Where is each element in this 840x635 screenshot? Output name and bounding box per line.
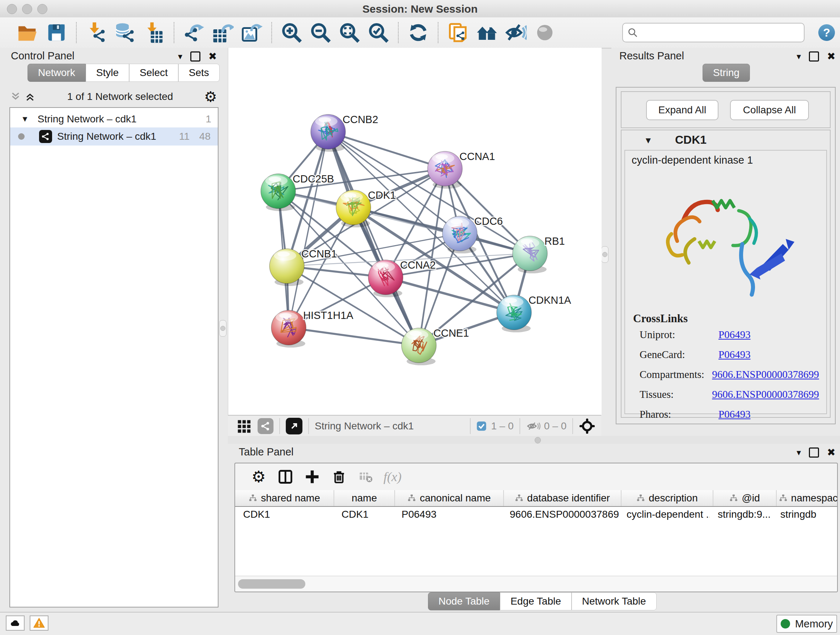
expand-all-button[interactable]: Expand All	[646, 100, 718, 120]
column-header-namespace[interactable]: namespace	[777, 490, 837, 506]
refresh-network-view-button[interactable]	[404, 21, 433, 44]
tab-edge-table[interactable]: Edge Table	[500, 592, 572, 610]
crosslink-value-link[interactable]: P06493	[718, 348, 751, 361]
network-node-CCNE1[interactable]	[401, 328, 436, 365]
tab-network-table[interactable]: Network Table	[572, 592, 657, 610]
help-button[interactable]: ?	[818, 24, 835, 41]
table-settings-gear-icon[interactable]: ⚙	[245, 466, 272, 488]
import-table-from-file-button[interactable]	[140, 21, 169, 44]
table-horizontal-scrollbar[interactable]	[235, 576, 837, 592]
crosslink-value-link[interactable]: 9606.ENSP00000378699	[712, 388, 819, 401]
export-image-button[interactable]	[237, 21, 266, 44]
add-column-icon[interactable]	[299, 466, 325, 488]
node-label-CDC6: CDC6	[474, 215, 503, 227]
table-panel-close-button[interactable]: ✖	[827, 448, 835, 458]
zoom-in-button[interactable]	[277, 21, 306, 44]
crosslinks-list: Uniprot:P06493GeneCard:P06493Compartment…	[639, 329, 819, 428]
return-to-home-button[interactable]	[472, 21, 501, 44]
show-all-panels-icon	[534, 22, 556, 43]
right-splitter-handle[interactable]	[601, 246, 608, 263]
network-view-canvas[interactable]: CCNB2CCNA1CDC25BCDK1CDC6RB1CCNB1CCNA2CDK…	[228, 48, 602, 415]
zoom-out-button[interactable]	[306, 21, 335, 44]
tab-style[interactable]: Style	[86, 64, 129, 82]
search-input[interactable]	[641, 25, 804, 40]
node-label-CDKN1A: CDKN1A	[529, 295, 571, 306]
save-session-button[interactable]	[42, 21, 71, 44]
network-node-HIST1H1A[interactable]	[271, 310, 306, 348]
show-all-panels-button[interactable]	[531, 21, 559, 44]
tab-network[interactable]: Network	[27, 64, 86, 82]
import-network-from-database-button[interactable]	[111, 21, 140, 44]
zoom-out-icon	[309, 22, 332, 43]
table-toolbar: ⚙	[235, 463, 838, 490]
network-node-CDK1[interactable]	[336, 190, 371, 227]
network-list-toolbar: 1 of 1 Network selected ⚙	[9, 88, 217, 105]
table-row[interactable]: CDK1CDK1P064939606.ENSP00000378699cyclin…	[235, 507, 837, 522]
birdseye-view-icon[interactable]	[286, 418, 302, 434]
horizontal-splitter[interactable]	[228, 436, 840, 444]
tab-string[interactable]: String	[703, 64, 750, 82]
column-header-shared-name[interactable]: shared name	[235, 490, 334, 506]
node-label-CCNB1: CCNB1	[302, 248, 337, 260]
results-panel-close-button[interactable]: ✖	[827, 51, 835, 62]
selected-checkbox-icon[interactable]	[477, 421, 486, 431]
network-node-CCNA1[interactable]	[428, 151, 462, 188]
delete-column-trash-icon[interactable]	[325, 466, 352, 488]
network-collection-row[interactable]: ▼ String Network – cdk1 1	[10, 111, 218, 127]
scrollbar-thumb[interactable]	[238, 579, 305, 589]
network-node-CDKN1A[interactable]	[497, 295, 531, 333]
hide-all-panels-button[interactable]	[501, 21, 531, 44]
crosslink-value-link[interactable]: P06493	[718, 409, 751, 420]
results-panel-float-button[interactable]	[809, 51, 819, 62]
toolbar-separator	[438, 22, 439, 43]
control-panel-dropdown-icon[interactable]: ▾	[178, 52, 182, 61]
table-panel-dropdown-icon[interactable]: ▾	[797, 448, 801, 457]
crosslink-value-link[interactable]: P06493	[718, 329, 751, 340]
network-list-gear-icon[interactable]: ⚙	[204, 89, 217, 104]
network-node-CCNB1[interactable]	[270, 249, 304, 286]
collapse-all-button[interactable]: Collapse All	[730, 100, 809, 120]
export-network-to-file-button[interactable]	[180, 21, 208, 44]
control-panel-float-button[interactable]	[190, 51, 201, 62]
zoom-selected-region-button[interactable]	[364, 21, 393, 44]
zoom-fit-content-button[interactable]	[335, 21, 364, 44]
import-network-from-file-button[interactable]	[82, 21, 111, 44]
left-splitter-handle[interactable]	[219, 320, 226, 337]
tab-sets[interactable]: Sets	[178, 64, 219, 82]
column-header--id[interactable]: @id	[714, 490, 777, 506]
column-network-icon	[248, 494, 257, 502]
tab-node-table[interactable]: Node Table	[428, 592, 500, 610]
crosslink-row: GeneCard:P06493	[639, 348, 819, 361]
clone-network-button[interactable]	[444, 21, 472, 44]
results-panel-dropdown-icon[interactable]: ▾	[797, 52, 801, 61]
open-session-button[interactable]	[13, 21, 42, 44]
table-panel-float-button[interactable]	[809, 448, 819, 458]
grid-view-icon[interactable]	[236, 418, 252, 434]
network-node-CDC25B[interactable]	[261, 174, 295, 211]
control-panel-close-button[interactable]: ✖	[208, 51, 217, 62]
network-node-RB1[interactable]	[513, 236, 547, 273]
export-image-icon	[241, 22, 263, 43]
column-header-database-identifier[interactable]: database identifier	[504, 490, 622, 506]
network-row-selected[interactable]: String Network – cdk1 11 48	[10, 127, 218, 146]
search-field[interactable]	[622, 23, 805, 42]
expand-all-chevron-icon[interactable]	[9, 91, 22, 102]
search-icon	[627, 27, 638, 38]
column-header-canonical-name[interactable]: canonical name	[395, 490, 504, 506]
entry-expander-icon[interactable]: ▼	[644, 135, 653, 146]
collapse-all-chevron-icon[interactable]	[24, 91, 36, 102]
column-header-name[interactable]: name	[334, 490, 395, 506]
fit-selected-crosshair-icon[interactable]	[579, 418, 595, 434]
export-table-to-file-button[interactable]	[208, 21, 237, 44]
cloud-status-button[interactable]	[6, 616, 25, 631]
crosslink-value-link[interactable]: 9606.ENSP00000378699	[712, 369, 819, 380]
column-header-description[interactable]: description	[622, 490, 714, 506]
collection-expander-icon[interactable]: ▼	[21, 114, 29, 124]
memory-button[interactable]: Memory	[776, 615, 837, 633]
splitter-knob[interactable]	[535, 437, 541, 443]
network-node-CCNA2[interactable]	[368, 260, 403, 297]
string-view-icon[interactable]	[257, 418, 273, 434]
show-columns-icon[interactable]	[272, 466, 299, 488]
warning-status-button[interactable]	[30, 616, 49, 631]
tab-select[interactable]: Select	[129, 64, 178, 82]
